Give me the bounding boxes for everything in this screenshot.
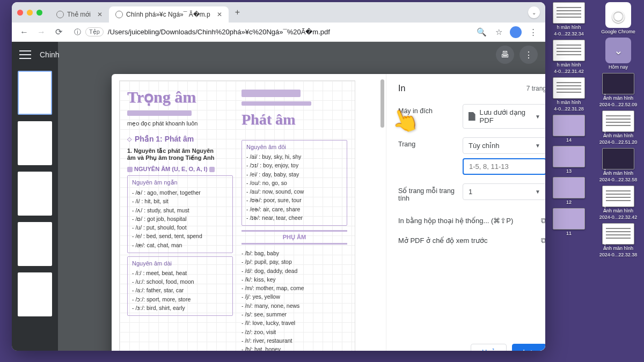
bookmark-icon[interactable]: ☆ <box>492 25 506 39</box>
pdf-title: Chinh <box>40 50 60 59</box>
tab-new[interactable]: Thẻ mới✕ <box>50 6 109 23</box>
address-bar[interactable]: ⓘ Tệp /Users/juicebling/Downloads/Chinh%… <box>69 27 471 37</box>
desktop-file[interactable]: 11 <box>547 208 590 236</box>
desktop-file[interactable]: h màn hình4-0...22.32.34 <box>547 2 590 36</box>
phonetic-item: - /s/: see, summer <box>241 310 347 319</box>
pdf-toolbar: Chinh 🖶 ⋮ <box>12 42 545 68</box>
system-dialog-link[interactable]: In bằng hộp thoại hệ thống... (⌘⇧P) ⧉ <box>398 211 545 231</box>
desktop-file[interactable]: Ảnh màn hình2024-0...22.32.58 <box>597 148 640 182</box>
page-thumb[interactable] <box>18 172 52 216</box>
pages-per-sheet-label: Số trang mỗi trang tính <box>398 183 457 202</box>
doc-subtitle: Phát âm <box>241 111 347 128</box>
phonetic-item: - /i:/ : meet, beat, heat <box>132 269 228 277</box>
section-heading: Phần 1: Phát âm <box>135 135 194 143</box>
destination-select[interactable]: Lưu dưới dạng PDF ▼ <box>463 104 545 129</box>
print-preview: Trọng âm mẹo đọc phát khoanh luôn ◇Phần … <box>112 74 386 351</box>
doc-title: Trọng âm <box>127 87 233 106</box>
desktop-file[interactable]: Ảnh màn hình2024-0...22.32.38 <box>597 223 640 257</box>
tabs-dropdown[interactable]: ⌄ <box>528 6 540 18</box>
close-tab-icon[interactable]: ✕ <box>217 11 222 18</box>
pages-mode-select[interactable]: Tùy chỉnh ▼ <box>463 137 545 154</box>
page-thumb[interactable] <box>18 272 52 316</box>
globe-icon <box>56 11 64 18</box>
phonetic-item: - /ɔɪ/ : boy, enjoy, toy <box>246 161 342 169</box>
phonetic-item: - /d/: dog, daddy, dead <box>241 267 347 275</box>
open-preview-link[interactable]: Mở PDF ở chế độ xem trước ⧉ <box>398 231 545 250</box>
phonetic-item: - /z/: zoo, visit <box>241 328 347 336</box>
desktop-file[interactable]: 14 <box>547 115 590 143</box>
page-thumb[interactable] <box>18 222 52 266</box>
today-widget[interactable]: ⌄Hôm nay <box>597 38 640 70</box>
phonetic-item: - /ei/ : day, baby, stay <box>246 170 342 179</box>
phonetic-item: - /e/ : bed, send, tent, spend <box>132 232 228 240</box>
phonetic-item: - /b/: bag, baby <box>241 249 347 257</box>
pages-label: Trang <box>398 137 457 148</box>
hamburger-icon[interactable] <box>19 50 31 59</box>
phonetic-item: - /ɒ/ : got job, hospital <box>132 215 228 223</box>
print-dialog: Trọng âm mẹo đọc phát khoanh luôn ◇Phần … <box>112 74 545 351</box>
chrome-app[interactable]: ◉Google Chrome <box>597 2 640 34</box>
file-icon <box>469 112 475 121</box>
chevron-down-icon: ▼ <box>535 114 540 120</box>
phonetic-item: - /ɔ:/: sport, more, store <box>132 295 228 304</box>
phonetic-item: - /k/: kiss, key <box>241 275 347 284</box>
reload-button[interactable]: ⟳ <box>52 25 65 39</box>
phonetic-item: - /ɜ:/: bird, shirt, early <box>132 304 228 312</box>
desktop-file[interactable]: 12 <box>547 177 590 205</box>
page-count: 7 trang <box>526 85 545 92</box>
phonetic-item: - /n/: many, none, news <box>241 301 347 310</box>
phonetic-item: - /j/: yes, yellow <box>241 292 347 301</box>
new-tab-button[interactable]: + <box>233 5 242 19</box>
phonetic-item: - /a:/: father, star, car <box>132 286 228 294</box>
phonetic-item: - /u/ : put, should, foot <box>132 223 228 232</box>
phonetic-item: - /eə/: air, care, share <box>246 205 342 213</box>
phonetic-item: - /ʌ/ : study, shut, must <box>132 206 228 215</box>
phonetic-item: - /æ/: cat, chat, man <box>132 241 228 249</box>
scrollbar[interactable] <box>380 79 384 128</box>
desktop-file[interactable]: Ảnh màn hình2024-0...22.52.09 <box>597 73 640 107</box>
phonetic-item: - /l/: love, lucky, travel <box>241 319 347 327</box>
desktop-file[interactable]: Ảnh màn hình2024-0...22.51.20 <box>597 110 640 145</box>
zoom-icon[interactable]: 🔍 <box>474 25 488 39</box>
pages-per-sheet-select[interactable]: 1 ▼ <box>463 183 545 200</box>
chevron-down-icon: ▼ <box>535 143 540 149</box>
profile-icon[interactable] <box>509 25 523 39</box>
desktop-file[interactable]: h màn hình4-0...22.31.28 <box>547 77 590 112</box>
page-thumb[interactable] <box>18 121 52 165</box>
globe-icon <box>115 11 123 18</box>
phonetic-item: - /ai/ : buy, sky, hi, shy <box>246 152 342 161</box>
phonetic-item: - /u:/: school, food, moon <box>132 277 228 286</box>
back-button[interactable]: ← <box>17 25 31 39</box>
phonetic-item: - /ʊə/: poor, sure, tour <box>246 196 342 204</box>
chrome-window: Thẻ mới✕ Chính phá»¥c Ngá»¯ Ã�m.p✕ + ⌄ ←… <box>12 2 545 351</box>
open-external-icon: ⧉ <box>541 236 545 245</box>
desktop-file[interactable]: h màn hình4-0...22.31.42 <box>547 40 590 74</box>
more-button[interactable]: ⋮ <box>519 46 538 64</box>
close-window[interactable] <box>17 10 23 16</box>
phonetic-item: - /ɪə/: near, tear, cheer <box>246 213 342 222</box>
print-button[interactable]: 🖶 <box>496 46 514 64</box>
page-thumb[interactable] <box>18 71 52 115</box>
forward-button[interactable]: → <box>34 25 48 39</box>
desktop-file[interactable]: 13 <box>547 146 590 174</box>
maximize-window[interactable] <box>36 10 42 16</box>
desktop-file[interactable]: Ảnh màn hình2024-0...22.32.42 <box>597 186 640 220</box>
phonetic-item: - /au/: now, sound, cow <box>246 187 342 196</box>
phonetic-item: - /ə/ : ago, mother, together <box>132 188 228 197</box>
phonetic-item: - /p/: pupil, pay, stop <box>241 257 347 266</box>
open-external-icon: ⧉ <box>541 216 545 225</box>
tagline: mẹo đọc phát khoanh luôn <box>127 120 233 127</box>
pages-range-input[interactable] <box>463 158 545 175</box>
titlebar: Thẻ mới✕ Chính phá»¥c Ngá»¯ Ã�m.p✕ + ⌄ <box>12 2 545 23</box>
close-tab-icon[interactable]: ✕ <box>97 11 103 18</box>
save-button[interactable]: Lưu <box>512 344 545 351</box>
print-title: In <box>398 84 405 93</box>
cancel-button[interactable]: Huỷ <box>471 344 507 351</box>
phonetic-item: - /ou/: no, go, so <box>246 179 342 187</box>
menu-icon[interactable]: ⋮ <box>526 25 540 39</box>
tab-pdf[interactable]: Chính phá»¥c Ngá»¯ Ã�m.p✕ <box>109 6 229 23</box>
phonetic-item: - /h/: hat, honey <box>241 345 347 351</box>
chevron-down-icon: ▼ <box>535 189 540 195</box>
minimize-window[interactable] <box>27 10 33 16</box>
phonetic-item: - /r/: river, restaurant <box>241 336 347 345</box>
